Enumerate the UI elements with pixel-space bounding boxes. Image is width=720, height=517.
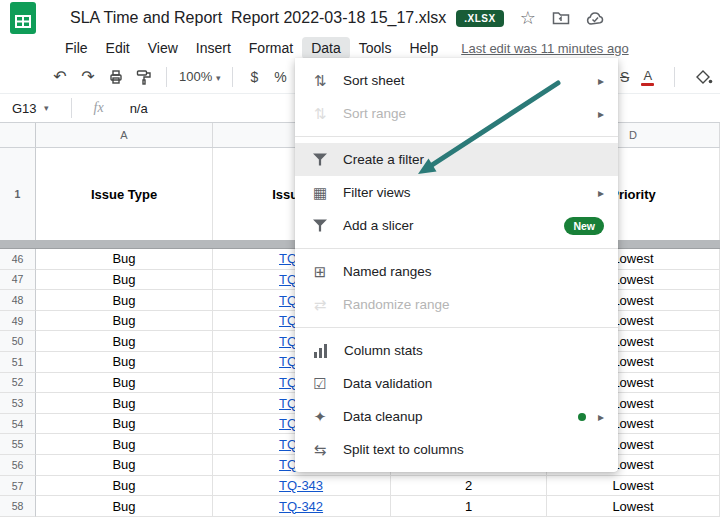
cell-issue-type[interactable]: Bug — [36, 249, 213, 270]
data-menu: ⇅Sort sheet▸⇅Sort range▸Create a filter▦… — [295, 58, 618, 472]
menubar-item-file[interactable]: File — [56, 37, 97, 59]
menu-item-label: Sort range — [343, 106, 406, 121]
paint-format-icon[interactable] — [136, 69, 152, 85]
move-folder-icon[interactable] — [552, 10, 570, 26]
zoom-control[interactable]: 100% ▾ — [179, 69, 220, 84]
menu-item-create-a-filter[interactable]: Create a filter — [295, 143, 618, 176]
format-percent-button[interactable]: % — [267, 69, 293, 85]
menu-item-data-cleanup[interactable]: ✦Data cleanup▸ — [295, 400, 618, 433]
menu-item-label: Create a filter — [343, 152, 424, 167]
menubar-item-insert[interactable]: Insert — [187, 37, 240, 59]
row-number[interactable]: 47 — [0, 270, 36, 291]
header-cell-issue-type[interactable]: Issue Type — [36, 148, 213, 240]
format-currency-button[interactable]: $ — [241, 69, 267, 85]
cell-issue-type[interactable]: Bug — [36, 434, 213, 455]
google-sheets-app: SLA Time and Report Report 2022-03-18 15… — [0, 0, 720, 517]
sort-sheet-icon: ⇅ — [311, 73, 329, 88]
row-number[interactable]: 58 — [0, 496, 36, 517]
menu-item-filter-views[interactable]: ▦Filter views▸ — [295, 176, 618, 209]
last-edit-link[interactable]: Last edit was 11 minutes ago — [461, 41, 628, 56]
row-number[interactable]: 1 — [0, 148, 36, 240]
cell-issue-type[interactable]: Bug — [36, 331, 213, 352]
issue-link[interactable]: TQ-342 — [279, 499, 323, 514]
cell-issue-type[interactable]: Bug — [36, 393, 213, 414]
cell-priority[interactable]: Lowest — [547, 476, 720, 497]
row-number[interactable]: 56 — [0, 455, 36, 476]
menu-item-add-a-slicer[interactable]: Add a slicerNew — [295, 209, 618, 242]
cell-issue-type[interactable]: Bug — [36, 270, 213, 291]
menubar-items: FileEditViewInsertFormatDataToolsHelp — [56, 37, 447, 59]
menubar-item-view[interactable]: View — [139, 37, 187, 59]
menu-item-column-stats[interactable]: Column stats — [295, 334, 618, 367]
fx-icon: fx — [94, 100, 104, 116]
cell-issue-type[interactable]: Bug — [36, 290, 213, 311]
menu-item-named-ranges[interactable]: ⊞Named ranges — [295, 255, 618, 288]
star-icon[interactable]: ☆ — [520, 9, 536, 27]
cloud-status-icon[interactable] — [586, 11, 605, 26]
row-number[interactable]: 52 — [0, 373, 36, 394]
name-box[interactable]: G13 — [0, 101, 44, 116]
redo-icon[interactable]: ↷ — [74, 67, 102, 86]
strikethrough-button[interactable]: S — [620, 69, 629, 85]
menu-item-split-text-to-columns[interactable]: ⇆Split text to columns — [295, 433, 618, 466]
menu-item-sort-sheet[interactable]: ⇅Sort sheet▸ — [295, 64, 618, 97]
issue-link[interactable]: TQ-343 — [279, 478, 323, 493]
submenu-arrow-icon: ▸ — [598, 107, 604, 121]
menu-divider — [295, 136, 618, 137]
submenu-arrow-icon: ▸ — [598, 410, 604, 424]
undo-icon[interactable]: ↶ — [46, 67, 74, 86]
cell-issue-type[interactable]: Bug — [36, 311, 213, 332]
cell-count[interactable]: 2 — [391, 476, 547, 497]
new-badge: New — [564, 217, 604, 235]
column-header-a[interactable]: A — [36, 123, 213, 147]
filter-icon — [313, 153, 327, 167]
menu-item-label: Filter views — [343, 185, 411, 200]
menubar-item-format[interactable]: Format — [240, 37, 302, 59]
row-number[interactable]: 48 — [0, 290, 36, 311]
toolbar-right: S A — [620, 60, 713, 94]
menubar-item-edit[interactable]: Edit — [97, 37, 139, 59]
cell-issue-key[interactable]: TQ-343 — [213, 476, 391, 497]
row-number[interactable]: 49 — [0, 311, 36, 332]
status-dot-icon — [578, 413, 586, 421]
print-icon[interactable] — [108, 69, 124, 85]
row-number[interactable]: 57 — [0, 476, 36, 497]
row-number[interactable]: 51 — [0, 352, 36, 373]
row-number[interactable]: 46 — [0, 249, 36, 270]
sort-range-icon: ⇅ — [311, 106, 329, 121]
menubar-item-data[interactable]: Data — [302, 37, 350, 59]
document-title[interactable]: SLA Time and Report Report 2022-03-18 15… — [70, 9, 446, 27]
cell-issue-type[interactable]: Bug — [36, 496, 213, 517]
row-number[interactable]: 55 — [0, 434, 36, 455]
formula-input[interactable]: n/a — [130, 101, 148, 116]
select-all-corner[interactable] — [0, 123, 36, 147]
cell-issue-type[interactable]: Bug — [36, 455, 213, 476]
cell-count[interactable]: 1 — [391, 496, 547, 517]
chevron-down-icon[interactable]: ▾ — [44, 103, 49, 113]
row-number[interactable]: 54 — [0, 414, 36, 435]
file-type-badge: .XLSX — [456, 10, 503, 27]
menu-item-data-validation[interactable]: ☑Data validation — [295, 367, 618, 400]
fill-color-icon[interactable] — [695, 69, 713, 85]
data-validation-icon: ☑ — [311, 376, 329, 391]
cell-issue-key[interactable]: TQ-342 — [213, 496, 391, 517]
titlebar: SLA Time and Report Report 2022-03-18 15… — [0, 0, 720, 36]
menu-item-label: Named ranges — [343, 264, 432, 279]
menu-item-sort-range: ⇅Sort range▸ — [295, 97, 618, 130]
row-number[interactable]: 50 — [0, 331, 36, 352]
menu-item-label: Data cleanup — [343, 409, 423, 424]
text-color-swatch — [641, 83, 654, 86]
cell-issue-type[interactable]: Bug — [36, 414, 213, 435]
menu-item-randomize-range: ⇄Randomize range — [295, 288, 618, 321]
cell-issue-type[interactable]: Bug — [36, 352, 213, 373]
menubar-item-help[interactable]: Help — [400, 37, 447, 59]
cell-issue-type[interactable]: Bug — [36, 476, 213, 497]
menubar-item-tools[interactable]: Tools — [350, 37, 401, 59]
sheets-logo-icon[interactable] — [10, 2, 36, 34]
formula-bar-divider — [71, 98, 72, 118]
cell-priority[interactable]: Lowest — [547, 496, 720, 517]
cell-issue-type[interactable]: Bug — [36, 373, 213, 394]
row-number[interactable]: 53 — [0, 393, 36, 414]
chevron-down-icon: ▾ — [216, 73, 221, 83]
text-color-button[interactable]: A — [641, 69, 654, 86]
